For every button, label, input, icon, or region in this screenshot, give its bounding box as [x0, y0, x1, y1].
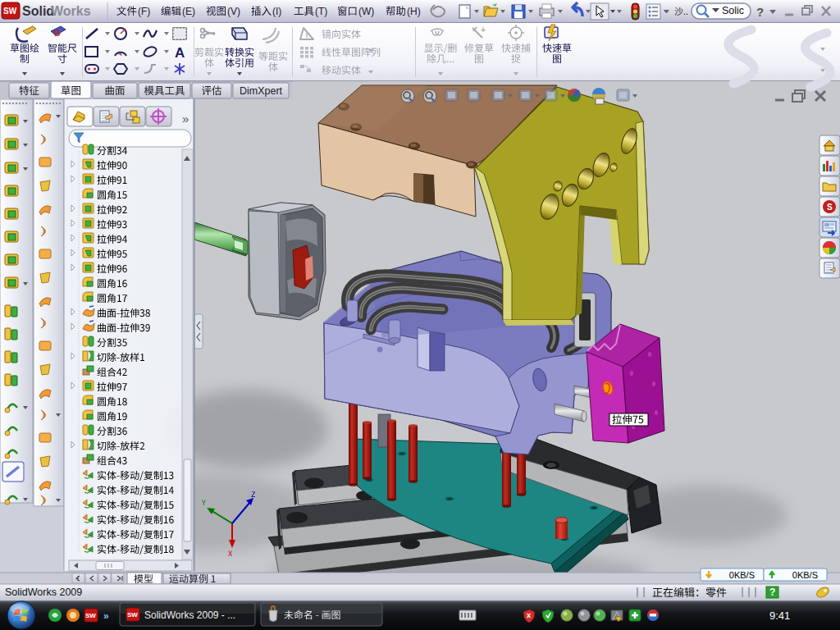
- svg-text:DimXpert: DimXpert: [240, 85, 283, 97]
- svg-text:0KB/S: 0KB/S: [792, 570, 818, 580]
- svg-text:SW: SW: [127, 611, 138, 619]
- svg-text:»: »: [103, 610, 109, 622]
- svg-text:SW: SW: [3, 7, 17, 16]
- svg-text:SolidWorks 2009 - ...: SolidWorks 2009 - ...: [144, 609, 235, 621]
- svg-text:Works: Works: [51, 4, 91, 18]
- svg-text:S: S: [827, 203, 833, 212]
- svg-text:0KB/S: 0KB/S: [729, 570, 755, 580]
- svg-text:SolidWorks 2009: SolidWorks 2009: [5, 587, 82, 598]
- svg-text:?: ?: [756, 5, 764, 19]
- svg-text:(I): (I): [272, 6, 281, 17]
- svg-text:+: +: [481, 25, 486, 34]
- svg-text:Ø: Ø: [54, 29, 61, 38]
- svg-text:SW: SW: [85, 612, 96, 619]
- svg-text:x: x: [527, 611, 531, 619]
- svg-text:(F): (F): [138, 6, 150, 17]
- svg-text:(H): (H): [407, 6, 421, 17]
- svg-text:A: A: [175, 45, 185, 61]
- svg-text:»: »: [182, 112, 189, 126]
- svg-text:(T): (T): [315, 6, 327, 17]
- svg-text:(V): (V): [227, 6, 240, 17]
- svg-text:Solic: Solic: [722, 5, 744, 16]
- svg-text:(E): (E): [182, 6, 195, 17]
- svg-text:(W): (W): [358, 6, 374, 17]
- svg-text:?: ?: [769, 587, 775, 598]
- svg-text:9:41: 9:41: [769, 609, 790, 622]
- svg-text:Solid: Solid: [22, 4, 54, 18]
